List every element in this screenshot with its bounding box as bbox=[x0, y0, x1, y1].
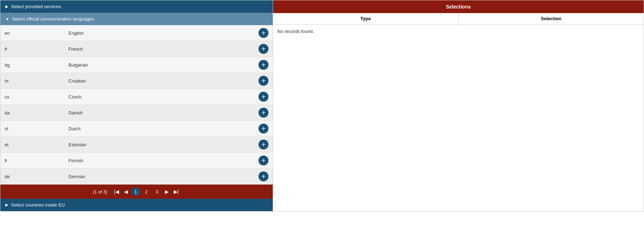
section-services-header[interactable]: ▶ Select provided services. bbox=[0, 0, 273, 13]
services-chevron-icon: ▶ bbox=[5, 4, 8, 9]
add-language-button[interactable]: + bbox=[259, 28, 268, 38]
lang-name: Danish bbox=[64, 105, 254, 121]
next-page-button[interactable]: ▶ bbox=[163, 188, 170, 195]
language-row: nl Dutch + bbox=[0, 121, 273, 137]
countries-label: Select countries inside EU. bbox=[11, 202, 66, 208]
add-btn-cell: + bbox=[254, 153, 273, 169]
add-btn-cell: + bbox=[254, 137, 273, 153]
selections-columns: Type Selection bbox=[273, 13, 644, 24]
first-page-button[interactable]: |◀ bbox=[112, 188, 121, 195]
page-3-button[interactable]: 3 bbox=[153, 187, 161, 196]
selections-header: Selections bbox=[273, 0, 644, 13]
add-language-button[interactable]: + bbox=[259, 140, 268, 149]
add-btn-cell: + bbox=[254, 57, 273, 73]
language-row: da Danish + bbox=[0, 105, 273, 121]
lang-code: da bbox=[0, 105, 64, 121]
selections-title: Selections bbox=[446, 4, 471, 10]
language-row: de German + bbox=[0, 169, 273, 185]
add-btn-cell: + bbox=[254, 73, 273, 89]
page-1-button[interactable]: 1 bbox=[132, 187, 140, 196]
right-panel: Selections Type Selection No records fou… bbox=[273, 0, 644, 211]
section-languages-header[interactable]: ▼ Select official communication language… bbox=[0, 13, 273, 25]
add-btn-cell: + bbox=[254, 89, 273, 105]
add-language-button[interactable]: + bbox=[259, 124, 268, 134]
add-language-button[interactable]: + bbox=[259, 108, 268, 118]
languages-label: Select official communication languages. bbox=[12, 16, 95, 22]
section-countries-header[interactable]: ▶ Select countries inside EU. bbox=[0, 199, 273, 211]
lang-name: Estonian bbox=[64, 137, 254, 153]
lang-name: Bulgarian bbox=[64, 57, 254, 73]
add-btn-cell: + bbox=[254, 121, 273, 137]
pagination-bar: (1 of 3) |◀ ◀ 1 2 3 ▶ ▶| bbox=[0, 185, 273, 199]
lang-name: English bbox=[64, 25, 254, 41]
add-btn-cell: + bbox=[254, 25, 273, 41]
page-2-button[interactable]: 2 bbox=[142, 187, 151, 196]
services-label: Select provided services. bbox=[11, 4, 62, 9]
left-panel: ▶ Select provided services. ▼ Select off… bbox=[0, 0, 273, 211]
last-page-button[interactable]: ▶| bbox=[172, 188, 181, 195]
prev-page-button[interactable]: ◀ bbox=[123, 188, 129, 195]
add-language-button[interactable]: + bbox=[259, 92, 268, 102]
lang-code: hr bbox=[0, 73, 64, 89]
lang-name: Finnish bbox=[64, 153, 254, 169]
lang-name: French bbox=[64, 41, 254, 57]
add-language-button[interactable]: + bbox=[259, 171, 268, 181]
lang-code: en bbox=[0, 25, 64, 41]
add-btn-cell: + bbox=[254, 105, 273, 121]
language-row: fr French + bbox=[0, 41, 273, 57]
lang-code: fr bbox=[0, 41, 64, 57]
language-row: hr Croatian + bbox=[0, 73, 273, 89]
col-type-header: Type bbox=[273, 13, 459, 24]
col-selection-header: Selection bbox=[459, 13, 644, 24]
languages-table: en English + fr French + bg Bulgarian + … bbox=[0, 25, 273, 185]
add-btn-cell: + bbox=[254, 41, 273, 57]
lang-name: Czech bbox=[64, 89, 254, 105]
language-row: et Estonian + bbox=[0, 137, 273, 153]
lang-name: German bbox=[64, 169, 254, 185]
lang-code: bg bbox=[0, 57, 64, 73]
add-language-button[interactable]: + bbox=[259, 76, 268, 86]
add-btn-cell: + bbox=[254, 169, 273, 185]
language-row: bg Bulgarian + bbox=[0, 57, 273, 73]
lang-code: fi bbox=[0, 153, 64, 169]
add-language-button[interactable]: + bbox=[259, 60, 268, 70]
countries-chevron-icon: ▶ bbox=[5, 203, 8, 207]
lang-code: cs bbox=[0, 89, 64, 105]
no-records-text: No records found. bbox=[273, 24, 644, 38]
lang-name: Dutch bbox=[64, 121, 254, 137]
add-language-button[interactable]: + bbox=[259, 44, 268, 54]
languages-chevron-icon: ▼ bbox=[5, 17, 9, 21]
lang-name: Croatian bbox=[64, 73, 254, 89]
language-row: fi Finnish + bbox=[0, 153, 273, 169]
language-row: en English + bbox=[0, 25, 273, 41]
language-row: cs Czech + bbox=[0, 89, 273, 105]
add-language-button[interactable]: + bbox=[259, 156, 268, 165]
lang-code: nl bbox=[0, 121, 64, 137]
lang-code: et bbox=[0, 137, 64, 153]
page-info: (1 of 3) bbox=[93, 189, 107, 194]
lang-code: de bbox=[0, 169, 64, 185]
